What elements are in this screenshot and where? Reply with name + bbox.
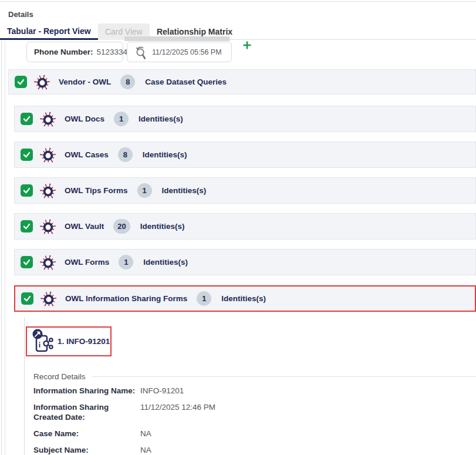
row-checkbox[interactable] [21,292,33,305]
owl-dataset-icon [39,218,57,235]
datetime-field[interactable]: 11/12/2025 05:56 PM [127,42,232,62]
owl-dataset-icon [39,182,57,200]
record-field-label: Information Sharing Name: [33,386,138,396]
row-label: OWL Information Sharing Forms [65,294,187,303]
checkmark-icon [16,77,25,86]
row-checkbox[interactable] [21,256,33,268]
phone-number-label: Phone Number: [34,48,93,56]
record-field-label: Case Name: [33,429,138,439]
checkmark-icon [22,150,31,159]
count-badge: 1 [114,112,129,126]
record-field-value: INFO-91201 [140,386,468,396]
plus-icon [242,41,252,50]
record-details-grid: Information Sharing Name: INFO-91201 Inf… [33,386,468,455]
checkmark-icon [22,186,31,195]
row-checkbox[interactable] [21,220,33,232]
count-badge: 20 [113,219,130,234]
record-field-value: NA [140,429,468,439]
tab-tabular-report-view[interactable]: Tabular - Report View [0,23,98,40]
row-label: OWL Docs [65,114,104,123]
count-badge: 8 [118,147,133,162]
row-label: OWL Cases [65,150,109,159]
count-badge: 1 [197,291,211,306]
row-checkbox[interactable] [21,149,33,161]
record-field-label: Subject Name: [33,445,138,455]
owl-dataset-icon [40,290,58,308]
dataset-row-owl-information-sharing-forms[interactable]: OWL Information Sharing Forms 1 Identiti… [14,285,476,312]
dataset-row-vendor-owl[interactable]: Vendor - OWL 8 Case Dataset Queries [8,69,476,95]
row-checkbox[interactable] [15,76,27,88]
add-button[interactable] [242,40,252,50]
checkmark-icon [22,258,31,267]
owl-dataset-icon [33,73,51,91]
dataset-row-owl-vault[interactable]: OWL Vault 20 Identities(s) [14,213,476,240]
record-item-label: 1. INFO-91201 [58,337,110,346]
record-field-label: Information Sharing Created Date: [33,402,138,422]
details-header: Details [0,2,476,23]
owl-dataset-icon [39,254,57,271]
count-badge: 1 [137,183,152,198]
row-suffix-label: Identities(s) [140,222,185,231]
count-badge: 1 [119,255,133,269]
row-suffix-label: Identities(s) [162,186,207,195]
record-field-value: NA [140,445,468,455]
record-item-info-91201[interactable]: 1. INFO-91201 [26,326,112,356]
row-suffix-label: Identities(s) [143,150,187,159]
checkmark-icon [22,114,31,123]
dataset-row-owl-tips-forms[interactable]: OWL Tips Forms 1 Identities(s) [14,177,476,204]
record-field-value: 11/12/2025 12:46 PM [140,402,468,412]
panel-left-border [1,41,2,455]
record-details-rule [92,376,476,377]
row-suffix-label: Identities(s) [139,114,183,123]
owl-dataset-icon [39,110,57,128]
page-title: Details [8,10,33,19]
row-label: OWL Tips Forms [65,186,128,195]
row-checkbox[interactable] [21,184,33,197]
row-suffix-label: Case Dataset Queries [145,77,227,86]
clipped-dropdown-strip [124,36,229,41]
dataset-row-owl-forms[interactable]: OWL Forms 1 Identities(s) [14,249,476,275]
row-label: OWL Vault [65,222,104,231]
checkmark-icon [23,294,32,303]
count-badge: 8 [120,75,135,89]
row-suffix-label: Identities(s) [221,294,266,303]
row-label: OWL Forms [65,258,109,267]
row-checkbox[interactable] [21,113,33,125]
shared-document-pin-icon [31,328,54,355]
row-label: Vendor - OWL [59,77,111,86]
panel-inner-border [5,41,5,455]
dataset-row-owl-cases[interactable]: OWL Cases 8 Identities(s) [14,141,476,168]
owl-dataset-icon [39,146,57,164]
record-panel-border [24,318,25,455]
record-details-title: Record Details [33,372,86,381]
row-suffix-label: Identities(s) [143,258,188,267]
search-history-icon [134,45,147,60]
phone-number-field[interactable]: Phone Number: 5123334444 [26,42,123,62]
datetime-value: 11/12/2025 05:56 PM [152,48,222,56]
record-details-header: Record Details [33,372,476,381]
dataset-row-owl-docs[interactable]: OWL Docs 1 Identities(s) [14,106,476,132]
view-tabbar: Tabular - Report View Card View Relation… [0,23,476,40]
checkmark-icon [22,222,31,231]
